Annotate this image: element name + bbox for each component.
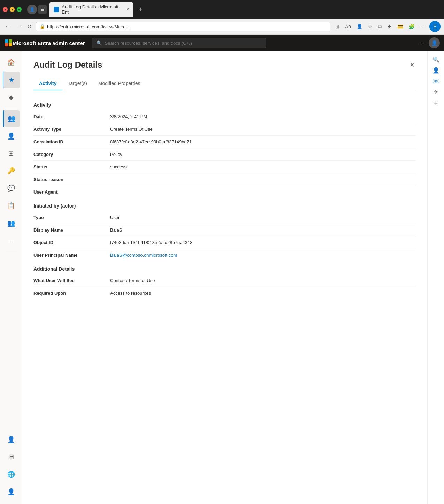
sidebar-item-roles[interactable]: 🔑 [3,163,20,179]
sidebar-toggle-btn[interactable]: ☰ [38,5,47,14]
tab-activity[interactable]: Activity [33,77,62,90]
browser-chrome: ● ● ● 👤 ☰ Audit Log Details - Microsoft … [0,0,444,35]
right-search-icon[interactable]: 🔍 [430,54,442,65]
tab-bar: Activity Target(s) Modified Properties [33,77,416,90]
tab-close-btn[interactable]: × [127,7,129,12]
window-min-btn[interactable]: ● [10,7,15,12]
panel-close-btn[interactable]: ✕ [408,60,416,70]
browser-titlebar: ● ● ● 👤 ☰ Audit Log Details - Microsoft … [0,0,444,19]
actor-section: Initiated by (actor) Type User Display N… [33,198,416,261]
left-sidebar: 🏠 ★ ◆ 👥 👤 ⊞ 🔑 💬 📋 👥 ··· [0,51,22,504]
app-logo [4,39,13,47]
field-what-user-will-see: What User Will See Contoso Terms of Use [33,274,416,287]
sidebar-item-apps[interactable]: ⊞ [3,145,20,162]
sidebar-item-users[interactable]: 👥 [3,110,20,127]
upn-value[interactable]: BalaS@contoso.onmicrosoft.com [110,253,416,258]
status-reason-label: Status reason [33,177,110,182]
split-icon[interactable]: ⧉ [376,22,384,31]
tab-targets[interactable]: Target(s) [62,77,93,90]
star-icon[interactable]: ☆ [366,22,375,31]
account-icon[interactable]: 👤 [354,22,365,31]
sidebar-item-more[interactable]: ··· [3,232,20,249]
window-max-btn[interactable]: ● [17,7,22,12]
global-icon: 🌐 [7,471,15,478]
sidebar-divider-2 [6,251,17,251]
sidebar-item-reports[interactable]: 📋 [3,197,20,214]
sidebar-item-groups[interactable]: 👥 [3,215,20,232]
tab-modified-properties[interactable]: Modified Properties [93,77,146,90]
forward-btn[interactable]: → [15,22,23,31]
sidebar-item-expand[interactable]: » [3,501,20,504]
activity-section: Activity Date 3/8/2024, 2:41 PM Activity… [33,97,416,198]
reports-icon: 📋 [7,202,15,210]
collections-icon[interactable]: ★ [385,22,394,31]
sidebar-item-home[interactable]: 🏠 [3,54,20,71]
tab-title: Audit Log Details - Microsoft Ent [62,4,124,15]
star-icon: ★ [9,76,14,84]
type-label: Type [33,215,110,220]
sidebar-item-chat[interactable]: 💬 [3,180,20,197]
new-tab-btn[interactable]: + [136,5,145,15]
sidebar-item-favorites[interactable]: ★ [3,72,20,88]
field-status-reason: Status reason [33,173,416,186]
wallet-icon[interactable]: 💳 [395,22,405,31]
more-btn[interactable]: ··· [418,22,427,31]
right-person-icon[interactable]: 👤 [430,65,442,76]
main-content: Audit Log Details ✕ Activity Target(s) M… [22,51,427,504]
window-close-btn[interactable]: ● [3,7,8,12]
grid-icon: ⊞ [8,150,14,157]
users-icon: 👥 [8,115,15,122]
app-header: Microsoft Entra admin center 🔍 ··· 👤 [0,35,444,51]
app-name-label: Microsoft Entra admin center [13,40,85,46]
address-bar[interactable]: 🔒 https://entra.microsoft.com/#view/Micr… [36,22,330,31]
more-options-btn[interactable]: ··· [420,40,424,46]
admin-units-icon: 👤 [7,436,15,443]
activity-type-value: Create Terms Of Use [110,127,416,132]
right-outlook-icon[interactable]: 📧 [430,76,442,86]
right-add-icon[interactable]: + [432,97,440,110]
additional-section: Additional Details What User Will See Co… [33,261,416,299]
right-ext-sidebar: 🔍 👤 📧 ✈ + ⚙ [427,51,444,504]
back-btn[interactable]: ← [3,22,12,31]
actor-section-heading: Initiated by (actor) [33,198,416,211]
svg-rect-2 [5,43,8,46]
tab-favicon [54,7,59,12]
field-user-agent: User Agent [33,186,416,198]
object-id-value: f74e3dc5-134f-4182-8e2c-fd28b75a4318 [110,240,416,245]
panel-title: Audit Log Details [33,60,102,70]
upn-label: User Principal Name [33,253,110,258]
entra-logo-icon [4,39,13,47]
sidebar-divider-1 [6,108,17,108]
diamond-icon: ◆ [9,93,14,101]
field-activity-type: Activity Type Create Terms Of Use [33,123,416,136]
group-icon: 👥 [7,219,15,227]
date-value: 3/8/2024, 2:41 PM [110,114,416,119]
type-value: User [110,215,416,220]
additional-section-heading: Additional Details [33,261,416,274]
field-correlation-id: Correlation ID 8f637fef-a8d2-47ee-90b0-a… [33,136,416,148]
user-agent-label: User Agent [33,189,110,195]
toolbar-icons: ⊞ Aa 👤 ☆ ⧉ ★ 💳 🧩 ··· [333,22,427,31]
user-avatar[interactable]: 👤 [429,37,440,48]
sidebar-item-entra[interactable]: ◆ [3,89,20,106]
sidebar-item-devices[interactable]: 🖥 [3,449,20,465]
refresh-btn[interactable]: ↺ [26,22,33,31]
field-date: Date 3/8/2024, 2:41 PM [33,111,416,123]
browser-toolbar: ← → ↺ 🔒 https://entra.microsoft.com/#vie… [0,19,444,35]
sidebar-item-profile[interactable]: 👤 [3,483,20,500]
edge-profile-btn[interactable]: E [429,21,441,32]
header-right: ··· 👤 [420,37,440,48]
header-search-input[interactable] [105,40,262,46]
profile-btn[interactable]: 👤 [27,5,37,14]
sidebar-item-admin-units[interactable]: 👤 [3,431,20,448]
activity-section-heading: Activity [33,97,416,111]
sidebar-item-global[interactable]: 🌐 [3,466,20,483]
reader-icon[interactable]: Aa [343,22,353,31]
right-send-icon[interactable]: ✈ [431,86,440,97]
header-search[interactable]: 🔍 [92,38,266,48]
sidebar-item-identity[interactable]: 👤 [3,128,20,144]
extensions-icon[interactable]: 🧩 [407,22,417,31]
active-tab[interactable]: Audit Log Details - Microsoft Ent × [49,2,133,17]
apps-icon[interactable]: ⊞ [333,22,342,31]
field-object-id: Object ID f74e3dc5-134f-4182-8e2c-fd28b7… [33,236,416,249]
